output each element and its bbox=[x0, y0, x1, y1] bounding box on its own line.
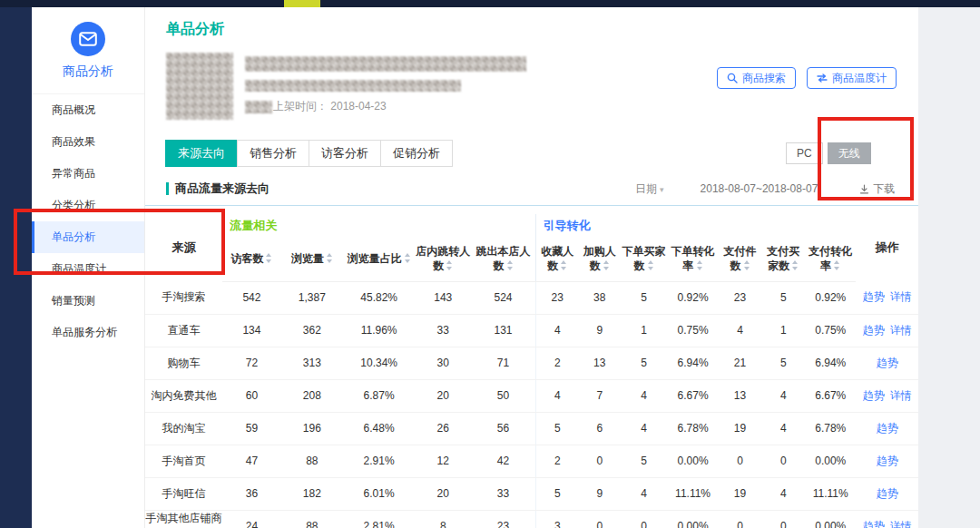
sort-icon[interactable] bbox=[405, 253, 411, 263]
column-header[interactable]: 下单转化率 bbox=[668, 238, 719, 281]
sort-icon[interactable] bbox=[648, 260, 654, 270]
value-cell: 0 bbox=[761, 510, 805, 528]
column-header[interactable]: 浏览量 bbox=[281, 238, 344, 281]
product-thermometer-button[interactable]: 商品温度计 bbox=[807, 67, 897, 89]
column-header[interactable]: 支付买家数 bbox=[761, 238, 805, 281]
table-body: 手淘搜索5421,38745.82%143524233850.92%2350.9… bbox=[145, 281, 918, 528]
column-header[interactable]: 店内跳转人数 bbox=[415, 238, 471, 281]
source-column-header: 来源 bbox=[145, 214, 222, 281]
value-cell: 0 bbox=[719, 510, 762, 528]
value-cell: 13 bbox=[719, 379, 762, 412]
value-cell: 71 bbox=[471, 347, 535, 379]
date-dropdown[interactable]: 日期▾ bbox=[635, 181, 664, 197]
trend-link[interactable]: 趋势 bbox=[877, 487, 898, 500]
sidebar-item[interactable]: 商品温度计 bbox=[32, 253, 144, 285]
sort-icon[interactable] bbox=[446, 260, 453, 270]
value-cell: 60 bbox=[222, 379, 280, 412]
sidebar-item[interactable]: 销量预测 bbox=[32, 285, 144, 317]
tab[interactable]: 销售分析 bbox=[237, 140, 309, 167]
sort-icon[interactable] bbox=[697, 260, 703, 270]
tab[interactable]: 访客分析 bbox=[309, 140, 381, 167]
details-link[interactable]: 详情 bbox=[890, 290, 912, 303]
column-header[interactable]: 浏览量占比 bbox=[343, 238, 415, 281]
column-header[interactable]: 支付件数 bbox=[719, 238, 762, 281]
value-cell: 6.67% bbox=[805, 379, 856, 412]
value-cell: 42 bbox=[471, 445, 535, 477]
sidebar-item[interactable]: 单品服务分析 bbox=[32, 317, 144, 348]
value-cell: 4 bbox=[761, 412, 805, 445]
ops-cell: 趋势 bbox=[856, 347, 918, 379]
listing-date-label: 上架时间： 2018-04-23 bbox=[273, 99, 387, 114]
download-link[interactable]: 下载 bbox=[859, 181, 895, 197]
details-link[interactable]: 详情 bbox=[890, 324, 912, 337]
column-header[interactable]: 下单买家数 bbox=[621, 238, 668, 281]
table-row: 手淘旺信361826.01%203359411.11%19411.11%趋势 bbox=[145, 477, 918, 510]
sidebar-item[interactable]: 单品分析 bbox=[32, 221, 144, 253]
product-title-blurred bbox=[245, 56, 526, 72]
sort-icon[interactable] bbox=[327, 253, 333, 263]
sort-icon[interactable] bbox=[744, 260, 750, 270]
value-cell: 19 bbox=[719, 477, 762, 510]
group-header-row: 来源 流量相关 引导转化 操作 bbox=[145, 214, 918, 238]
value-cell: 0 bbox=[719, 445, 762, 477]
trend-link[interactable]: 趋势 bbox=[877, 422, 898, 435]
sidebar-item[interactable]: 商品效果 bbox=[32, 126, 144, 158]
product-thumbnail-blurred bbox=[166, 53, 233, 120]
sort-icon[interactable] bbox=[603, 260, 610, 270]
trend-link[interactable]: 趋势 bbox=[877, 357, 898, 369]
value-cell: 542 bbox=[222, 281, 280, 314]
sort-icon[interactable] bbox=[561, 260, 567, 270]
column-label: 店内跳转人数 bbox=[416, 245, 470, 272]
device-toggle-option[interactable]: PC bbox=[786, 142, 823, 164]
sort-icon[interactable] bbox=[266, 253, 272, 263]
sidebar-item[interactable]: 异常商品 bbox=[32, 158, 144, 190]
trend-link[interactable]: 趋势 bbox=[863, 324, 885, 337]
value-cell: 3 bbox=[535, 510, 579, 528]
product-search-button[interactable]: 商品搜索 bbox=[717, 67, 796, 89]
download-icon bbox=[859, 184, 869, 194]
sidebar-app-label: 商品分析 bbox=[32, 64, 144, 80]
details-link[interactable]: 详情 bbox=[890, 520, 912, 528]
column-header[interactable]: 访客数 bbox=[222, 238, 280, 281]
sidebar-item[interactable]: 分类分析 bbox=[32, 190, 144, 221]
product-analysis-module-icon[interactable] bbox=[71, 22, 105, 56]
sort-icon[interactable] bbox=[792, 260, 799, 270]
value-cell: 56 bbox=[471, 412, 535, 445]
tab[interactable]: 来源去向 bbox=[165, 140, 238, 167]
value-cell: 0.92% bbox=[668, 281, 719, 314]
value-cell: 362 bbox=[281, 314, 344, 347]
sort-icon[interactable] bbox=[834, 260, 840, 270]
trend-link[interactable]: 趋势 bbox=[863, 290, 885, 303]
trend-link[interactable]: 趋势 bbox=[877, 455, 898, 467]
column-header[interactable]: 跳出本店人数 bbox=[471, 238, 535, 281]
top-strip-tab bbox=[284, 0, 320, 7]
value-cell: 5 bbox=[761, 281, 805, 314]
date-range-value[interactable]: 2018-08-07~2018-08-07 bbox=[701, 182, 818, 195]
page-title: 单品分析 bbox=[166, 20, 224, 39]
column-header[interactable]: 收藏人数 bbox=[535, 238, 579, 281]
value-cell: 11.96% bbox=[343, 314, 415, 347]
column-label: 浏览量占比 bbox=[348, 252, 402, 265]
value-cell: 88 bbox=[281, 445, 344, 477]
details-link[interactable]: 详情 bbox=[890, 389, 912, 402]
tab[interactable]: 促销分析 bbox=[380, 140, 453, 167]
value-cell: 33 bbox=[471, 477, 535, 510]
trend-link[interactable]: 趋势 bbox=[863, 520, 885, 528]
trend-link[interactable]: 趋势 bbox=[863, 389, 885, 402]
value-cell: 4 bbox=[535, 379, 579, 412]
sort-icon[interactable] bbox=[507, 260, 514, 270]
device-toggle: PC无线 bbox=[786, 142, 871, 164]
ops-cell: 趋势详情 bbox=[856, 314, 918, 347]
sidebar-item[interactable]: 商品概况 bbox=[32, 94, 144, 126]
traffic-group-header: 流量相关 bbox=[222, 214, 535, 238]
ops-cell: 趋势 bbox=[856, 445, 918, 477]
column-label: 下单买家数 bbox=[622, 245, 666, 272]
source-cell: 手淘旺信 bbox=[145, 477, 222, 510]
value-cell: 6.48% bbox=[343, 412, 415, 445]
value-cell: 4 bbox=[621, 477, 668, 510]
column-header[interactable]: 加购人数 bbox=[579, 238, 621, 281]
device-toggle-option[interactable]: 无线 bbox=[828, 142, 871, 164]
column-header[interactable]: 支付转化率 bbox=[805, 238, 856, 281]
value-cell: 12 bbox=[415, 445, 471, 477]
section-title-text: 商品流量来源去向 bbox=[175, 181, 270, 197]
